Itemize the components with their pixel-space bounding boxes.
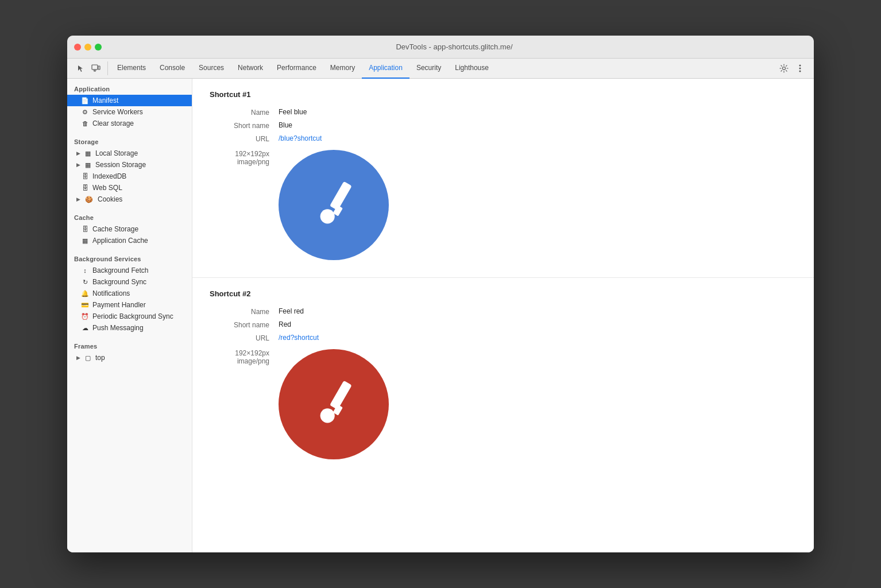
settings-icon[interactable] bbox=[777, 61, 791, 75]
chevron-right-icon-3: ▶ bbox=[76, 196, 80, 202]
shortcut-1-image-size: 192×192px bbox=[210, 150, 269, 158]
shortcut-2-image-type: image/png bbox=[210, 357, 269, 365]
minimize-button[interactable] bbox=[84, 44, 91, 51]
svg-rect-0 bbox=[92, 65, 98, 69]
sidebar-section-background-services: Background Services ↕ Background Fetch ↻… bbox=[67, 249, 192, 336]
svg-point-13 bbox=[320, 408, 335, 423]
sidebar-section-title-cache: Cache bbox=[67, 212, 192, 223]
sidebar-item-background-fetch[interactable]: ↕ Background Fetch bbox=[67, 265, 192, 276]
sidebar-item-service-workers[interactable]: ⚙ Service Workers bbox=[67, 106, 192, 118]
shortcut-2-url-link[interactable]: /red?shortcut bbox=[279, 334, 319, 342]
sidebar-section-storage: Storage ▶ ▦ Local Storage ▶ ▦ Session St… bbox=[67, 131, 192, 207]
short-name-label: Short name bbox=[210, 121, 279, 130]
name-label-2: Name bbox=[210, 307, 279, 316]
bg-sync-icon: ↻ bbox=[81, 278, 89, 286]
sidebar-item-push-messaging[interactable]: ☁ Push Messaging bbox=[67, 322, 192, 334]
bg-fetch-icon: ↕ bbox=[81, 267, 89, 274]
shortcut-2-shortname-value: Red bbox=[279, 320, 291, 328]
main-content: Application 📄 Manifest ⚙ Service Workers… bbox=[67, 79, 814, 552]
sidebar-section-title-application: Application bbox=[67, 83, 192, 95]
url-label: URL bbox=[210, 134, 279, 143]
cursor-icon[interactable] bbox=[74, 61, 88, 75]
sidebar-item-local-storage[interactable]: ▶ ▦ Local Storage bbox=[67, 148, 192, 159]
svg-point-5 bbox=[783, 67, 786, 70]
frame-icon: ▢ bbox=[85, 354, 91, 362]
paintbrush-icon-blue bbox=[308, 179, 360, 231]
sidebar-section-frames: Frames ▶ ▢ top bbox=[67, 336, 192, 366]
shortcut-1-icon-preview bbox=[279, 150, 389, 260]
chevron-right-icon: ▶ bbox=[76, 150, 80, 156]
periodic-sync-icon: ⏰ bbox=[81, 313, 89, 320]
sidebar-item-cookies[interactable]: ▶ 🍪 Cookies bbox=[67, 194, 192, 205]
paintbrush-icon-red bbox=[308, 378, 360, 430]
shortcut-1-name-row: Name Feel blue bbox=[210, 108, 797, 117]
sidebar-item-top[interactable]: ▶ ▢ top bbox=[67, 352, 192, 363]
shortcut-1-image-type: image/png bbox=[210, 158, 269, 166]
trash-icon: 🗑 bbox=[81, 120, 89, 127]
sidebar-item-manifest[interactable]: 📄 Manifest bbox=[67, 95, 192, 106]
gear-icon: ⚙ bbox=[81, 109, 89, 116]
tab-console[interactable]: Console bbox=[153, 59, 192, 79]
tab-elements[interactable]: Elements bbox=[110, 59, 153, 79]
sidebar-section-title-storage: Storage bbox=[67, 136, 192, 148]
sidebar-item-periodic-bg-sync[interactable]: ⏰ Periodic Background Sync bbox=[67, 311, 192, 322]
tab-icons bbox=[69, 61, 108, 75]
shortcut-1-shortname-value: Blue bbox=[279, 121, 292, 129]
tabs-end-controls bbox=[777, 61, 812, 75]
sidebar-item-web-sql[interactable]: 🗄 Web SQL bbox=[67, 182, 192, 194]
indexeddb-icon: 🗄 bbox=[81, 173, 89, 180]
sidebar-section-title-bg-services: Background Services bbox=[67, 253, 192, 265]
svg-point-6 bbox=[799, 65, 801, 67]
tab-security[interactable]: Security bbox=[409, 59, 448, 79]
tab-performance[interactable]: Performance bbox=[270, 59, 323, 79]
chevron-right-icon-2: ▶ bbox=[76, 162, 80, 168]
tab-sources[interactable]: Sources bbox=[192, 59, 231, 79]
sidebar-item-notifications[interactable]: 🔔 Notifications bbox=[67, 288, 192, 299]
device-icon[interactable] bbox=[89, 61, 103, 75]
shortcut-2-url-row: URL /red?shortcut bbox=[210, 334, 797, 342]
sidebar-item-payment-handler[interactable]: 💳 Payment Handler bbox=[67, 299, 192, 311]
sidebar-item-application-cache[interactable]: ▦ Application Cache bbox=[67, 235, 192, 246]
shortcut-1-url-link[interactable]: /blue?shortcut bbox=[279, 134, 322, 142]
shortcut-2-name-value: Feel red bbox=[279, 307, 304, 315]
shortcut-1-image-row: 192×192px image/png bbox=[210, 150, 797, 260]
svg-point-7 bbox=[799, 68, 801, 69]
tabs-bar: Elements Console Sources Network Perform… bbox=[67, 59, 814, 79]
shortcut-1-shortname-row: Short name Blue bbox=[210, 121, 797, 130]
shortcut-2-image-row: 192×192px image/png bbox=[210, 349, 797, 459]
shortcut-2-name-row: Name Feel red bbox=[210, 307, 797, 316]
payment-icon: 💳 bbox=[81, 301, 89, 309]
more-icon[interactable] bbox=[793, 61, 807, 75]
shortcut-2-image-size: 192×192px bbox=[210, 349, 269, 357]
sidebar-item-background-sync[interactable]: ↻ Background Sync bbox=[67, 276, 192, 288]
tab-application[interactable]: Application bbox=[362, 59, 409, 79]
push-icon: ☁ bbox=[81, 324, 89, 332]
name-label: Name bbox=[210, 108, 279, 117]
sidebar: Application 📄 Manifest ⚙ Service Workers… bbox=[67, 79, 192, 552]
traffic-lights bbox=[74, 44, 102, 51]
devtools-window: DevTools - app-shortcuts.glitch.me/ bbox=[67, 36, 814, 552]
sidebar-section-title-frames: Frames bbox=[67, 341, 192, 352]
shortcut-2-title: Shortcut #2 bbox=[210, 289, 797, 298]
url-label-2: URL bbox=[210, 334, 279, 342]
web-sql-icon: 🗄 bbox=[81, 184, 89, 191]
short-name-label-2: Short name bbox=[210, 320, 279, 329]
shortcut-1-url-row: URL /blue?shortcut bbox=[210, 134, 797, 143]
maximize-button[interactable] bbox=[95, 44, 102, 51]
sidebar-item-cache-storage[interactable]: 🗄 Cache Storage bbox=[67, 223, 192, 235]
devtools-panel: Elements Console Sources Network Perform… bbox=[67, 59, 814, 552]
window-title: DevTools - app-shortcuts.glitch.me/ bbox=[102, 42, 807, 51]
tab-network[interactable]: Network bbox=[231, 59, 270, 79]
svg-point-10 bbox=[320, 209, 335, 223]
app-cache-icon: ▦ bbox=[81, 237, 89, 245]
tab-memory[interactable]: Memory bbox=[323, 59, 362, 79]
session-storage-icon: ▦ bbox=[85, 161, 91, 169]
sidebar-item-session-storage[interactable]: ▶ ▦ Session Storage bbox=[67, 159, 192, 171]
close-button[interactable] bbox=[74, 44, 81, 51]
sidebar-item-clear-storage[interactable]: 🗑 Clear storage bbox=[67, 118, 192, 129]
svg-point-8 bbox=[799, 71, 801, 72]
sidebar-item-indexeddb[interactable]: 🗄 IndexedDB bbox=[67, 171, 192, 182]
tab-lighthouse[interactable]: Lighthouse bbox=[448, 59, 496, 79]
shortcut-1-name-value: Feel blue bbox=[279, 108, 307, 116]
notifications-icon: 🔔 bbox=[81, 290, 89, 297]
